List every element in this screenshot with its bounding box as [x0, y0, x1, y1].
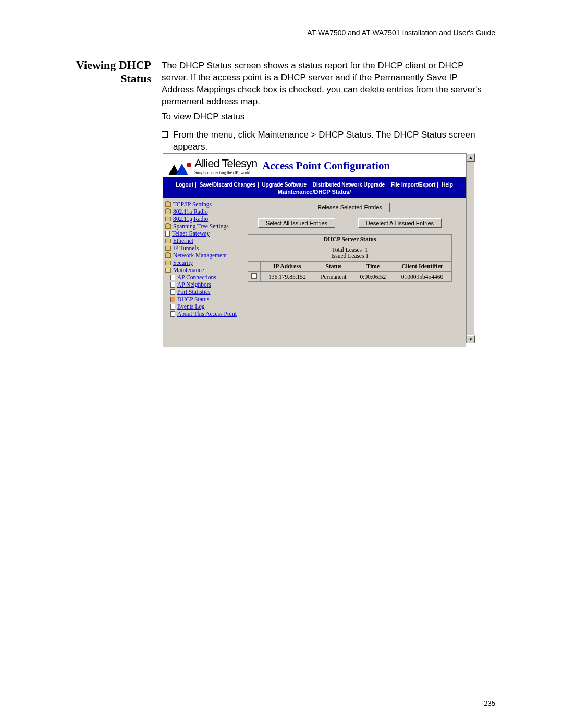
- dhcp-status-table: DHCP Server Status Total Leases 1 Issued…: [248, 234, 452, 282]
- content-pane: Release Selected Entries Select All Issu…: [240, 198, 466, 347]
- section-title: Viewing DHCP Status: [68, 58, 151, 86]
- nav-tree: TCP/IP Settings 802.11a Radio 802.11g Ra…: [163, 198, 240, 347]
- nav-apconn[interactable]: AP Connections: [177, 274, 216, 280]
- menu-bar: Logout Save/Discard Changes Upgrade Soft…: [163, 180, 466, 189]
- page-number: 235: [484, 699, 495, 707]
- table-row: 136.179.85.152 Permanent 0:00:06:52 0100…: [248, 272, 452, 282]
- nav-portstats[interactable]: Port Statistics: [177, 289, 211, 295]
- folder-icon: [165, 224, 171, 229]
- nav-ethernet[interactable]: Ethernet: [173, 238, 193, 244]
- leases-cell: Total Leases 1 Issued Leases 1: [248, 244, 452, 262]
- row-checkbox[interactable]: [251, 273, 257, 279]
- page-icon: [170, 282, 175, 288]
- deselect-all-button[interactable]: Deselect All Issued Entries: [358, 218, 442, 228]
- nav-maintenance[interactable]: Maintenance: [173, 267, 204, 273]
- breadcrumb: Maintenance/DHCP Status/: [163, 189, 466, 198]
- nav-80211a[interactable]: 802.11a Radio: [173, 208, 208, 215]
- menu-logout[interactable]: Logout: [174, 182, 196, 188]
- body-paragraph: The DHCP Status screen shows a status re…: [162, 60, 485, 114]
- folder-icon: [165, 239, 171, 243]
- release-button[interactable]: Release Selected Entries: [310, 203, 390, 212]
- folder-icon: [165, 261, 171, 265]
- page-icon: [170, 304, 175, 310]
- col-client: Client Identifier: [393, 262, 451, 272]
- brand-tagline: Simply connecting the (IP) world: [194, 170, 257, 175]
- app-header: Allied Telesyn Simply connecting the (IP…: [163, 154, 466, 180]
- screenshot-container: Allied Telesyn Simply connecting the (IP…: [163, 153, 474, 343]
- nav-telnet[interactable]: Telnet Gateway: [172, 230, 210, 237]
- page-icon: [170, 275, 175, 280]
- table-title: DHCP Server Status: [248, 235, 452, 244]
- body-para-text: The DHCP Status screen shows a status re…: [162, 60, 485, 108]
- nav-about[interactable]: About This Access Point: [177, 311, 237, 317]
- col-checkbox: [248, 262, 261, 272]
- menu-upgrade[interactable]: Upgrade Software: [260, 182, 309, 188]
- folder-icon: [165, 202, 171, 207]
- col-ip: IP Address: [261, 262, 314, 272]
- app-window: Allied Telesyn Simply connecting the (IP…: [163, 153, 466, 343]
- nav-netmgmt[interactable]: Network Management: [173, 252, 227, 258]
- logo-mark-icon: [168, 164, 191, 175]
- scroll-down-icon[interactable]: ▼: [467, 335, 475, 343]
- nav-dhcpstatus[interactable]: DHCP Status: [177, 296, 209, 302]
- scrollbar[interactable]: ▲ ▼: [466, 153, 474, 343]
- folder-icon: [165, 246, 171, 251]
- menu-help[interactable]: Help: [439, 182, 455, 188]
- doc-header: AT-WA7500 and AT-WA7501 Installation and…: [307, 29, 495, 37]
- instructions-step: From the menu, click Maintenance > DHCP …: [162, 129, 490, 153]
- nav-tcpip[interactable]: TCP/IP Settings: [173, 201, 212, 207]
- brand-name: Allied Telesyn: [194, 157, 257, 170]
- select-all-button[interactable]: Select All Issued Entries: [258, 218, 335, 228]
- nav-iptunnels[interactable]: IP Tunnels: [173, 245, 199, 251]
- menu-dist-upgrade[interactable]: Distributed Network Upgrade: [311, 182, 387, 188]
- col-time: Time: [353, 262, 393, 272]
- nav-security[interactable]: Security: [173, 260, 193, 266]
- page-icon: [170, 311, 175, 317]
- page-icon: [165, 231, 170, 237]
- folder-icon: [165, 253, 171, 258]
- nav-events[interactable]: Events Log: [177, 303, 205, 310]
- instructions-heading: To view DHCP status: [162, 111, 490, 123]
- logo: Allied Telesyn Simply connecting the (IP…: [168, 157, 257, 175]
- page-active-icon: [170, 297, 175, 302]
- menu-file[interactable]: File Import/Export: [389, 182, 438, 188]
- nav-80211g[interactable]: 802.11g Radio: [173, 216, 208, 222]
- menu-save[interactable]: Save/Discard Changes: [198, 182, 259, 188]
- scroll-up-icon[interactable]: ▲: [467, 153, 475, 162]
- cell-client: 0100095b454460: [393, 272, 451, 282]
- page-icon: [170, 289, 175, 295]
- folder-icon: [165, 217, 171, 221]
- col-status: Status: [314, 262, 353, 272]
- nav-spanning[interactable]: Spanning Tree Settings: [173, 223, 229, 229]
- folder-icon: [165, 209, 171, 214]
- cell-time: 0:00:06:52: [353, 272, 393, 282]
- nav-apneigh[interactable]: AP Neighbors: [177, 281, 211, 288]
- app-title: Access Point Configuration: [262, 159, 390, 172]
- cell-status: Permanent: [314, 272, 353, 282]
- cell-ip: 136.179.85.152: [261, 272, 314, 282]
- folder-open-icon: [165, 268, 171, 273]
